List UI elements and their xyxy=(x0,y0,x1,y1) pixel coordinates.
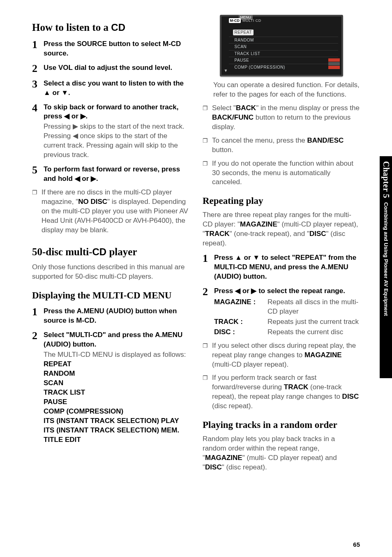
step-5: 5 To perform fast forward or reverse, pr… xyxy=(32,165,189,184)
step-number: 5 xyxy=(32,165,39,184)
side-tab: Chapter 5 Combining and Using Pioneer AV… xyxy=(380,156,392,378)
dstep-1: 1 Press the A.MENU (AUDIO) button when s… xyxy=(32,307,189,326)
left-column: How to listen to a CD 1 Press the SOURCE… xyxy=(32,15,189,476)
right-column: MENU M-CD MULTI CD REPEAT RANDOM SCAN TR… xyxy=(203,15,360,476)
step-number: 2 xyxy=(32,331,39,444)
step-number: 2 xyxy=(32,63,39,74)
def-row: MAGAZINE : Repeats all discs in the mult… xyxy=(214,298,360,317)
step-number: 1 xyxy=(203,253,209,282)
menu-notes: ❐ Select "BACK" in the menu display or p… xyxy=(203,104,360,187)
step-number: 2 xyxy=(203,287,209,337)
menu-item: SCAN xyxy=(44,379,189,388)
ss-item: RANDOM xyxy=(229,37,338,44)
bullet-icon: ❐ xyxy=(203,373,208,411)
heading-random: Playing tracks in a random order xyxy=(203,418,360,431)
status-icon xyxy=(328,62,340,65)
def-term: MAGAZINE : xyxy=(214,298,267,317)
step-text: Press ▲ or ▼ to select "REPEAT" from the… xyxy=(214,253,360,282)
note-cancel: ❐ To cancel the menu, press the BAND/ESC… xyxy=(203,136,360,155)
step-number: 1 xyxy=(32,39,39,58)
heading-text: How to listen to a xyxy=(32,22,111,33)
def-desc: Repeats the current disc xyxy=(267,328,360,337)
bullet-icon: ❐ xyxy=(203,136,208,155)
rstep-2: 2 Press ◀ or ▶ to select the repeat rang… xyxy=(203,287,360,337)
menu-item: RANDOM xyxy=(44,369,189,379)
chapter-label: Chapter 5 xyxy=(380,161,392,198)
step-text: Press ◀ or ▶ to select the repeat range.… xyxy=(214,287,360,337)
note-text: If there are no discs in the multi-CD pl… xyxy=(42,188,189,235)
heading-repeating: Repeating play xyxy=(203,194,360,207)
ss-subtitle: MULTI CD xyxy=(242,18,261,23)
step-text: To perform fast forward or reverse, pres… xyxy=(44,165,189,184)
listen-steps: 1 Press the SOURCE button to select M-CD… xyxy=(32,39,189,184)
menu-items-list: REPEAT RANDOM SCAN TRACK LIST PAUSE COMP… xyxy=(44,360,189,444)
def-term: DISC : xyxy=(214,328,267,337)
ss-item: TRACK LIST xyxy=(229,50,338,57)
menu-item: ITS (INSTANT TRACK SELECTION) PLAY xyxy=(44,416,189,426)
ss-menu-list: REPEAT RANDOM SCAN TRACK LIST PAUSE COMP… xyxy=(229,27,338,70)
status-icon xyxy=(328,58,340,62)
rstep-1: 1 Press ▲ or ▼ to select "REPEAT" from t… xyxy=(203,253,360,282)
step-text: To skip back or forward to another track… xyxy=(44,103,189,160)
ss-header: M-CD MULTI CD xyxy=(229,18,261,23)
page-number: 65 xyxy=(353,541,360,549)
display-steps: 1 Press the A.MENU (AUDIO) button when s… xyxy=(32,307,189,444)
step-text: Use VOL dial to adjust the sound level. xyxy=(44,63,189,74)
menu-item: REPEAT xyxy=(44,360,189,369)
heading-display-menu: Displaying the MULTI-CD MENU xyxy=(32,289,189,302)
bullet-icon: ❐ xyxy=(203,104,208,132)
step-4: 4 To skip back or forward to another tra… xyxy=(32,103,189,160)
def-term: TRACK : xyxy=(214,317,267,327)
step-text: Press the A.MENU (AUDIO) button when sou… xyxy=(44,307,189,326)
bullet-icon: ❐ xyxy=(203,159,208,187)
status-icon xyxy=(328,66,340,69)
def-desc: Repeats just the current track xyxy=(267,317,360,327)
bullet-icon: ❐ xyxy=(203,341,208,370)
step-3: 3 Select a disc you want to listen to wi… xyxy=(32,79,189,98)
repeat-steps: 1 Press ▲ or ▼ to select "REPEAT" from t… xyxy=(203,253,360,337)
heading-50-disc: 50-disc multi-CD player xyxy=(32,245,189,259)
p-operate: You can operate a desired function. For … xyxy=(203,81,360,99)
note-repeat-disc: ❐ If you select other discs during repea… xyxy=(203,341,360,370)
step-number: 4 xyxy=(32,103,39,160)
def-row: DISC : Repeats the current disc xyxy=(214,328,360,337)
ss-item: SCAN xyxy=(229,43,338,50)
ss-status-icons xyxy=(328,58,340,69)
step-text: Press the SOURCE button to select M-CD s… xyxy=(44,39,189,58)
note-repeat-track: ❐ If you perform track search or fast fo… xyxy=(203,373,360,411)
step-text: Select a disc you want to listen to with… xyxy=(44,79,189,98)
step-2: 2 Use VOL dial to adjust the sound level… xyxy=(32,63,189,74)
def-row: TRACK : Repeats just the current track xyxy=(214,317,360,327)
ss-item: COMP (COMPRESSION) xyxy=(229,64,338,71)
note-no-disc: ❐ If there are no discs in the multi-CD … xyxy=(32,188,189,235)
repeat-notes: ❐ If you select other discs during repea… xyxy=(203,341,360,411)
menu-screenshot: MENU M-CD MULTI CD REPEAT RANDOM SCAN TR… xyxy=(220,15,343,76)
heading-how-to-listen: How to listen to a CD xyxy=(32,21,189,35)
heading-cd: CD xyxy=(111,22,125,33)
p-50-disc: Only those functions described in this m… xyxy=(32,263,189,282)
listen-notes: ❐ If there are no discs in the multi-CD … xyxy=(32,188,189,235)
ss-item: REPEAT xyxy=(233,29,254,35)
def-desc: Repeats all discs in the multi-CD player xyxy=(267,298,360,317)
step-number: 1 xyxy=(32,307,39,326)
menu-item: COMP (COMPRESSION) xyxy=(44,407,189,416)
note-timeout: ❐ If you do not operate the function wit… xyxy=(203,159,360,187)
menu-item: TITLE EDIT xyxy=(44,435,189,445)
menu-item: ITS (INSTANT TRACK SELECTION) MEM. xyxy=(44,426,189,435)
repeat-defs: MAGAZINE : Repeats all discs in the mult… xyxy=(214,298,360,337)
note-back: ❐ Select "BACK" in the menu display or p… xyxy=(203,104,360,132)
p-random: Random play lets you play back tracks in… xyxy=(203,435,360,472)
menu-item: PAUSE xyxy=(44,398,189,407)
ss-badge: M-CD xyxy=(229,18,241,23)
step-number: 3 xyxy=(32,79,39,98)
menu-item: TRACK LIST xyxy=(44,388,189,398)
down-arrow-icon: ▼ xyxy=(224,68,228,74)
chapter-subtitle: Combining and Using Pioneer AV Equipment xyxy=(382,202,390,316)
p-repeat: There are three repeat play ranges for t… xyxy=(203,210,360,248)
step-text: Select "MULTI-CD" and press the A.MENU (… xyxy=(44,331,189,444)
bullet-icon: ❐ xyxy=(32,188,37,235)
step-1: 1 Press the SOURCE button to select M-CD… xyxy=(32,39,189,58)
ss-item: PAUSE xyxy=(229,57,338,64)
dstep-2: 2 Select "MULTI-CD" and press the A.MENU… xyxy=(32,331,189,444)
